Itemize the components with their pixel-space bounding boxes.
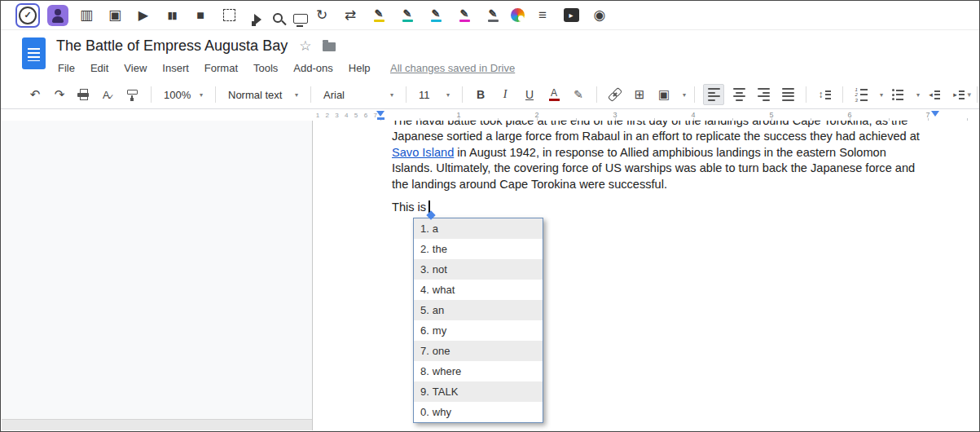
- doc-line-5[interactable]: the landings around Cape Torokina were s…: [392, 177, 978, 192]
- refresh-icon[interactable]: ↻: [311, 5, 332, 26]
- bold-button[interactable]: B: [471, 85, 490, 104]
- bulleted-list-icon: [892, 89, 903, 100]
- text-color-button[interactable]: A: [544, 85, 564, 104]
- suggestion-item[interactable]: 4. what: [414, 280, 543, 300]
- chevron-down-icon[interactable]: ▾: [916, 91, 920, 99]
- terminal-icon[interactable]: ▸: [560, 5, 582, 26]
- ruler-number: 5: [351, 109, 361, 121]
- insert-image-button[interactable]: ▣: [654, 85, 674, 104]
- doc-line-3[interactable]: Savo Island in August 1942, in response …: [392, 145, 978, 161]
- ruler-number: 3: [576, 109, 654, 121]
- suggestion-item[interactable]: 6. my: [414, 320, 543, 341]
- paint-format-button[interactable]: [123, 85, 143, 104]
- right-margin-marker[interactable]: [931, 111, 939, 117]
- menu-item[interactable]: Format: [204, 62, 238, 74]
- menu-item[interactable]: Help: [349, 62, 371, 74]
- person-icon[interactable]: [47, 5, 68, 26]
- announce-icon[interactable]: [247, 9, 261, 21]
- list-icon[interactable]: ≡: [532, 5, 553, 26]
- highlighter-yellow-icon[interactable]: ✎: [368, 5, 389, 26]
- typing-line[interactable]: This is: [392, 200, 978, 215]
- styles-select[interactable]: Normal text▾: [224, 89, 302, 101]
- divider: [406, 86, 407, 103]
- print-button[interactable]: [74, 85, 94, 104]
- pause-icon[interactable]: ▮▮: [161, 5, 182, 26]
- italic-button[interactable]: I: [495, 85, 515, 104]
- suggestion-item[interactable]: 0. why: [414, 402, 543, 422]
- divider: [462, 86, 463, 103]
- fingerprint-icon[interactable]: ◉: [589, 5, 610, 26]
- undo-button[interactable]: ↶: [25, 85, 45, 104]
- check-circle-icon[interactable]: ✓: [15, 3, 40, 28]
- line-spacing-button[interactable]: ↕: [815, 85, 834, 104]
- image-icon[interactable]: ▣: [104, 5, 125, 26]
- menu-item[interactable]: Add-ons: [293, 62, 332, 74]
- shuffle-icon[interactable]: ⇄: [340, 5, 361, 26]
- font-size-select[interactable]: 11▾: [415, 89, 454, 101]
- zoom-select[interactable]: 100%▾: [160, 89, 207, 101]
- align-center-button[interactable]: [729, 85, 749, 104]
- align-justify-button[interactable]: [778, 85, 798, 104]
- pen-gray-icon[interactable]: ✎: [482, 5, 503, 26]
- ruler-number: 6: [811, 109, 889, 121]
- suggestion-item[interactable]: 8. where: [414, 361, 543, 381]
- menu-item[interactable]: Insert: [162, 62, 189, 74]
- document-title[interactable]: The Battle of Empress Augusta Bay: [56, 37, 288, 55]
- underline-button[interactable]: U: [520, 85, 539, 104]
- ruler-number: 2: [498, 109, 576, 121]
- suggestion-item[interactable]: 3. not: [414, 259, 543, 280]
- suggestion-item[interactable]: 1. a: [414, 218, 543, 239]
- bulleted-list-button[interactable]: [888, 85, 907, 104]
- play-icon[interactable]: ▶: [133, 5, 154, 26]
- star-button[interactable]: ☆: [299, 39, 311, 53]
- monitor-icon[interactable]: [289, 9, 304, 22]
- suggestion-item[interactable]: 9. TALK: [414, 381, 543, 402]
- move-folder-button[interactable]: [323, 42, 336, 51]
- text-color-icon: A: [549, 88, 560, 101]
- stop-icon[interactable]: ■: [190, 5, 211, 26]
- doc-line-2[interactable]: Japanese sortied a large force from Raba…: [392, 129, 978, 144]
- font-select[interactable]: Arial▾: [319, 89, 398, 101]
- suggestion-item[interactable]: 7. one: [414, 341, 543, 361]
- highlighter-magenta-icon[interactable]: ✎: [454, 5, 475, 26]
- menu-item[interactable]: View: [124, 62, 147, 74]
- increase-indent-button[interactable]: ▸: [949, 85, 969, 104]
- suggestion-item[interactable]: 2. the: [414, 239, 543, 259]
- docs-header: The Battle of Empress Augusta Bay ☆ File…: [1, 30, 979, 81]
- save-status[interactable]: All changes saved in Drive: [390, 62, 515, 74]
- left-margin-marker[interactable]: [376, 111, 385, 117]
- chevron-down-icon[interactable]: ▾: [683, 91, 686, 99]
- highlighter-teal-icon[interactable]: ✎: [397, 5, 418, 26]
- align-right-button[interactable]: [754, 85, 773, 104]
- suggestion-word: a: [433, 223, 438, 235]
- indent-marker[interactable]: [377, 117, 385, 120]
- savo-island-link[interactable]: Savo Island: [392, 146, 454, 159]
- insert-link-button[interactable]: [605, 85, 625, 104]
- suggestion-item[interactable]: 5. an: [414, 300, 543, 320]
- menu-item[interactable]: Edit: [90, 62, 108, 74]
- book-icon[interactable]: ▥: [76, 5, 97, 26]
- redo-button[interactable]: ↷: [50, 85, 69, 104]
- format-toolbar: ↶ ↷ A✓ 100%▾ Normal text▾ Arial▾ 11▾ B I…: [1, 81, 979, 109]
- suggestion-word: not: [433, 263, 447, 276]
- spellcheck-button[interactable]: A✓: [99, 85, 118, 104]
- search-icon[interactable]: [268, 8, 282, 22]
- menu-item[interactable]: Tools: [253, 62, 278, 74]
- document-text: The naval battle took place at the end o…: [392, 121, 978, 215]
- align-left-button[interactable]: [703, 84, 724, 105]
- doc-line-4[interactable]: Islands. Ultimately, the covering force …: [392, 161, 978, 176]
- horizontal-scrollbar-track[interactable]: [2, 419, 312, 430]
- crop-icon[interactable]: [218, 5, 240, 26]
- highlighter-cyan-icon[interactable]: ✎: [425, 5, 446, 26]
- doc-line-1[interactable]: The naval battle took place at the end o…: [392, 121, 978, 129]
- chevron-down-icon[interactable]: ▾: [880, 91, 883, 99]
- decrease-indent-button[interactable]: ◂: [925, 85, 944, 104]
- numbered-list-button[interactable]: [851, 85, 871, 104]
- color-wheel-icon[interactable]: [511, 8, 525, 22]
- insert-comment-button[interactable]: ⊞: [630, 85, 649, 104]
- docs-logo[interactable]: [22, 37, 46, 69]
- toolbar-overflow-button[interactable]: ▾: [967, 90, 971, 99]
- highlight-color-button[interactable]: ✎: [569, 85, 588, 104]
- menu-item[interactable]: File: [58, 62, 75, 74]
- extension-toolbar: ✓ ▥ ▣ ▶ ▮▮ ■ ↻ ⇄ ✎ ✎ ✎ ✎ ✎ ≡ ▸ ◉: [1, 1, 979, 30]
